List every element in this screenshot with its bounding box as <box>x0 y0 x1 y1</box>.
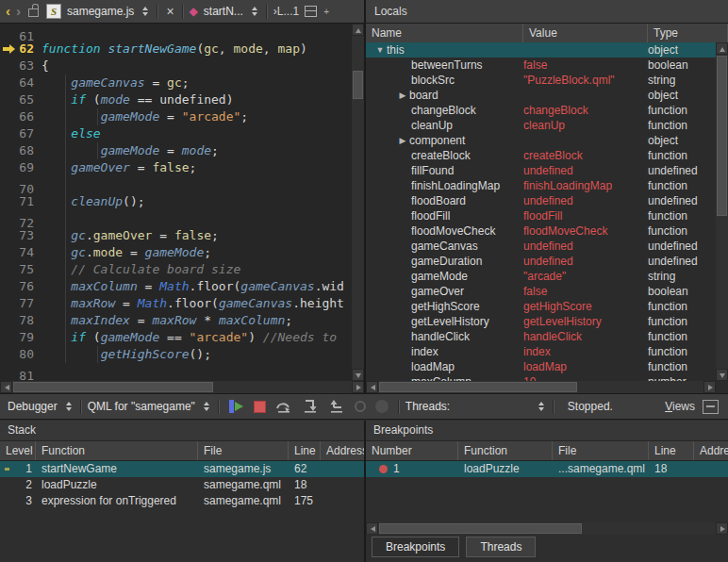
stop-debugger-icon[interactable] <box>254 401 266 413</box>
locals-row[interactable]: handleClickhandleClickfunction <box>366 329 716 344</box>
locals-column-type[interactable]: Type <box>648 24 728 42</box>
breakpoint-row[interactable]: 1loadPuzzle...samegame.qml18 <box>366 461 728 477</box>
locals-row[interactable]: maxColumn10number <box>366 374 716 381</box>
code-line[interactable]: 66 gameMode = "arcade"; <box>0 108 352 125</box>
stack-frame-row[interactable]: 2loadPuzzlesamegame.qml18 <box>0 477 364 493</box>
line-number[interactable]: 67 <box>0 125 41 142</box>
scroll-down-icon[interactable] <box>352 369 364 381</box>
locals-row[interactable]: ▼thisobject <box>366 42 716 58</box>
line-number[interactable]: 69 <box>0 159 41 176</box>
locals-row[interactable]: blockSrc"PuzzleBlock.qml"string <box>366 73 716 88</box>
collapse-arrow-icon[interactable]: ▼ <box>373 42 387 58</box>
locals-row[interactable]: gameOverfalseboolean <box>366 284 716 299</box>
locals-row[interactable]: betweenTurnsfalseboolean <box>366 58 716 73</box>
scroll-thumb[interactable] <box>353 71 363 99</box>
symbol-dropdown[interactable]: startN... <box>204 5 243 18</box>
locals-row[interactable]: getHighScoregetHighScorefunction <box>366 299 716 314</box>
breakpoints-column-addre[interactable]: Addre <box>694 441 728 460</box>
stack-header[interactable]: LevelFunctionFileLineAddress <box>0 441 364 461</box>
code-line[interactable]: 79 if (gameMode == "arcade") //Needs to <box>0 329 352 346</box>
code-line[interactable]: 70 <box>0 176 352 193</box>
code-line[interactable]: 74 gc.mode = gameMode; <box>0 244 352 261</box>
breakpoints-column-file[interactable]: File <box>553 441 649 460</box>
locals-row[interactable]: changeBlockchangeBlockfunction <box>366 103 716 118</box>
line-number[interactable]: 76 <box>0 278 41 295</box>
views-menu-icon[interactable] <box>703 400 719 414</box>
stack-column-line[interactable]: Line <box>289 441 321 460</box>
code-line[interactable]: 80 getHighScore(); <box>0 346 352 363</box>
breakpoints-column-line[interactable]: Line <box>649 441 694 460</box>
expand-arrow-icon[interactable]: ▶ <box>396 88 409 103</box>
line-number[interactable]: 71 <box>0 193 41 210</box>
locals-header[interactable]: NameValueType <box>366 24 728 43</box>
locals-row[interactable]: gameCanvasundefinedundefined <box>366 239 716 254</box>
scroll-thumb[interactable] <box>379 382 577 392</box>
locals-row[interactable]: loadMaploadMapfunction <box>366 359 716 374</box>
go-forward-icon[interactable]: › <box>16 1 21 22</box>
code-line[interactable]: 68 gameMode = mode; <box>0 142 352 159</box>
locals-row[interactable]: floodMoveCheckfloodMoveCheckfunction <box>366 223 716 239</box>
line-number[interactable]: 74 <box>0 244 41 261</box>
locals-row[interactable]: getLevelHistorygetLevelHistoryfunction <box>366 314 716 329</box>
line-number[interactable]: 79 <box>0 329 41 346</box>
line-number[interactable]: 78 <box>0 312 41 329</box>
code-line[interactable]: 67 else <box>0 125 352 142</box>
tab-breakpoints[interactable]: Breakpoints <box>372 537 459 557</box>
code-line[interactable]: 61 <box>0 24 352 41</box>
step-over-icon[interactable] <box>275 400 292 414</box>
line-number[interactable]: 77 <box>0 295 41 312</box>
code-line[interactable]: 72 <box>0 210 352 227</box>
unlocked-icon[interactable] <box>28 8 39 17</box>
locals-hscrollbar[interactable] <box>366 381 716 393</box>
close-document-icon[interactable]: × <box>164 4 175 19</box>
locals-row[interactable]: cleanUpcleanUpfunction <box>366 118 716 133</box>
debugger-mode-dropdown[interactable]: Debugger <box>8 400 58 413</box>
breakpoints-column-function[interactable]: Function <box>458 441 553 460</box>
updown-arrows-icon[interactable] <box>66 402 72 411</box>
step-into-icon[interactable] <box>302 400 319 414</box>
updown-arrows-icon[interactable] <box>538 402 544 411</box>
stack-column-address[interactable]: Address <box>321 441 364 460</box>
line-number[interactable]: 73 <box>0 227 41 244</box>
code-line[interactable]: 69 gameOver = false; <box>0 159 352 176</box>
breakpoints-hscrollbar[interactable] <box>366 522 728 535</box>
updown-arrows-icon[interactable] <box>142 7 148 16</box>
scroll-thumb[interactable] <box>13 382 213 392</box>
continue-icon[interactable] <box>229 400 244 413</box>
locals-row[interactable]: finishLoadingMapfinishLoadingMapfunction <box>366 178 716 193</box>
go-back-icon[interactable]: ‹ <box>6 1 10 22</box>
stack-frame-row[interactable]: 1startNewGamesamegame.js62 <box>0 461 364 477</box>
locals-row[interactable]: floodFillfloodFillfunction <box>366 208 716 223</box>
threads-dropdown[interactable]: Threads: <box>405 400 547 413</box>
locals-row[interactable]: ▶componentobject <box>366 133 716 148</box>
scroll-right-icon[interactable] <box>352 381 364 393</box>
code-line[interactable]: 64 gameCanvas = gc; <box>0 74 352 91</box>
locals-row[interactable]: fillFoundundefinedundefined <box>366 163 716 178</box>
code-line[interactable]: 76 maxColumn = Math.floor(gameCanvas.wid <box>0 278 352 295</box>
tab-threads[interactable]: Threads <box>466 537 536 557</box>
code-line[interactable]: 63{ <box>0 58 352 74</box>
code-line[interactable]: 75 // Calculate board size <box>0 261 352 278</box>
locals-row[interactable]: floodBoardundefinedundefined <box>366 193 716 208</box>
scroll-left-icon[interactable] <box>366 522 378 535</box>
scroll-up-icon[interactable] <box>716 42 728 55</box>
scroll-left-icon[interactable] <box>366 381 378 393</box>
locals-row[interactable]: createBlockcreateBlockfunction <box>366 148 716 163</box>
line-column-indicator[interactable]: ›L...1 <box>273 5 299 18</box>
line-number[interactable]: 81 <box>0 368 41 381</box>
open-file-dropdown[interactable]: samegame.js <box>67 5 134 18</box>
code-line[interactable]: 62function startNewGame(gc, mode, map) <box>0 41 352 58</box>
scroll-right-icon[interactable] <box>703 381 716 393</box>
scroll-thumb[interactable] <box>379 523 582 534</box>
stack-column-file[interactable]: File <box>198 441 289 460</box>
editor-vscrollbar[interactable] <box>352 24 364 381</box>
line-number[interactable]: 68 <box>0 142 41 159</box>
updown-arrows-icon[interactable] <box>204 402 209 411</box>
views-menu[interactable]: Views <box>665 400 728 414</box>
scroll-right-icon[interactable] <box>716 522 728 535</box>
scroll-down-icon[interactable] <box>716 369 728 381</box>
locals-row[interactable]: gameDurationundefinedundefined <box>366 254 716 269</box>
locals-row[interactable]: gameMode"arcade"string <box>366 269 716 284</box>
code-line[interactable]: 73 gc.gameOver = false; <box>0 227 352 244</box>
breakpoints-header[interactable]: NumberFunctionFileLineAddre <box>366 441 728 461</box>
